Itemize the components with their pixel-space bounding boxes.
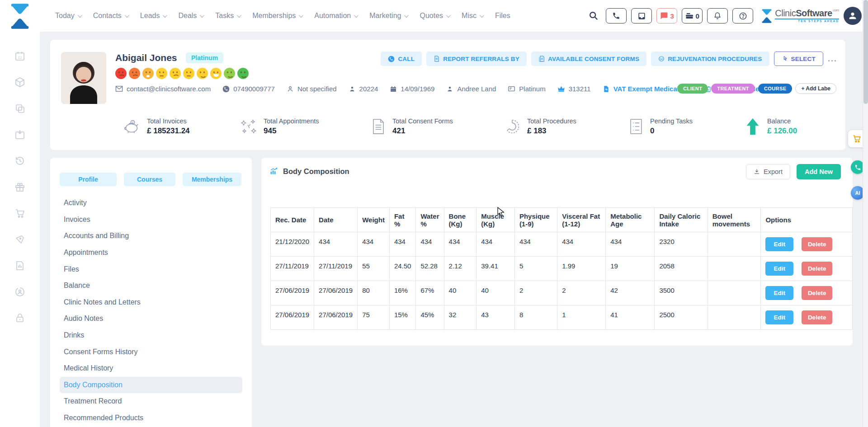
cell: 24.50 bbox=[389, 257, 416, 281]
sidebar-item-appointments[interactable]: Appointments bbox=[60, 244, 242, 261]
delete-button[interactable]: Delete bbox=[802, 262, 833, 276]
nav-label: Files bbox=[495, 12, 510, 20]
mood-emoji-7[interactable] bbox=[197, 68, 208, 79]
sidebar-item-balance[interactable]: Balance bbox=[60, 277, 242, 294]
tab-memberships[interactable]: Memberships bbox=[183, 173, 241, 186]
patient-email[interactable]: contact@clinicsoftware.com bbox=[115, 85, 211, 93]
col-header: Options bbox=[761, 208, 853, 232]
consent-forms-button[interactable]: AVAILABLE CONSENT FORMS bbox=[531, 52, 646, 66]
sidebar-item-audio-notes[interactable]: Audio Notes bbox=[60, 310, 242, 327]
profile-panel: Profile Courses Memberships Activity Inv… bbox=[50, 158, 252, 427]
report-referrals-button[interactable]: REPORT REFERRALS BY bbox=[426, 52, 527, 66]
nav-marketing[interactable]: Marketing bbox=[369, 12, 407, 20]
search-icon[interactable] bbox=[589, 11, 599, 21]
tab-profile[interactable]: Profile bbox=[60, 173, 117, 186]
sidebar-item-medical-history[interactable]: Medical History bbox=[60, 360, 242, 377]
chat-button[interactable]: 3 bbox=[656, 8, 677, 23]
stat-total-procedures: Total Procedures£ 183 bbox=[504, 117, 628, 136]
edit-button[interactable]: Edit bbox=[765, 262, 793, 276]
nav-tasks[interactable]: Tasks bbox=[215, 12, 240, 20]
scrollbar-thumb[interactable] bbox=[863, 0, 868, 104]
table-row: 21/12/2020 434 434 434 434 434 434 434 4… bbox=[271, 232, 853, 257]
edit-button[interactable]: Edit bbox=[765, 286, 793, 300]
calendar-import-icon[interactable] bbox=[14, 129, 25, 140]
bell-icon bbox=[713, 12, 722, 20]
calendar-icon[interactable]: 12 bbox=[14, 51, 25, 61]
question-icon bbox=[739, 12, 747, 20]
nav-label: Tasks bbox=[215, 12, 234, 20]
inbox-button[interactable] bbox=[631, 8, 652, 23]
nav-leads[interactable]: Leads bbox=[140, 12, 166, 20]
document-icon bbox=[371, 118, 386, 135]
report-icon[interactable] bbox=[14, 260, 25, 271]
dialer-button[interactable] bbox=[606, 8, 627, 23]
tab-courses[interactable]: Courses bbox=[124, 173, 175, 186]
mood-emoji-3[interactable] bbox=[142, 68, 154, 79]
mood-emoji-8[interactable] bbox=[210, 68, 222, 79]
sidebar-item-recommended-products[interactable]: Recommended Products bbox=[60, 410, 242, 427]
edit-button[interactable]: Edit bbox=[765, 237, 793, 251]
export-button[interactable]: Export bbox=[746, 164, 790, 179]
copy-icon[interactable] bbox=[14, 103, 25, 114]
mood-emoji-9[interactable] bbox=[224, 68, 235, 79]
nav-today[interactable]: Today bbox=[55, 12, 81, 20]
cell: 434 bbox=[514, 232, 557, 257]
till-button[interactable]: 0 bbox=[682, 8, 703, 23]
delete-button[interactable]: Delete bbox=[802, 237, 833, 251]
mood-emoji-6[interactable] bbox=[183, 68, 194, 79]
sidebar-item-invoices[interactable]: Invoices bbox=[60, 211, 242, 228]
user-avatar-button[interactable] bbox=[844, 7, 862, 25]
mood-emoji-2[interactable] bbox=[129, 68, 140, 79]
mood-emoji-4[interactable] bbox=[156, 68, 167, 79]
pointer-icon bbox=[782, 56, 788, 62]
mood-emoji-5[interactable] bbox=[170, 68, 181, 79]
call-button[interactable]: CALL bbox=[381, 52, 422, 66]
lock-icon[interactable] bbox=[14, 313, 25, 324]
package-icon[interactable] bbox=[14, 77, 25, 88]
cell: 43 bbox=[476, 305, 515, 330]
sidebar-item-clinic-notes[interactable]: Clinic Notes and Letters bbox=[60, 294, 242, 311]
patient-photo[interactable] bbox=[61, 52, 106, 104]
support-icon[interactable] bbox=[14, 286, 25, 297]
add-new-button[interactable]: Add New bbox=[797, 164, 841, 179]
sidebar-item-consent-forms-history[interactable]: Consent Forms History bbox=[60, 343, 242, 360]
history-icon[interactable] bbox=[14, 155, 25, 166]
nav-automation[interactable]: Automation bbox=[314, 12, 357, 20]
select-button[interactable]: SELECT bbox=[774, 52, 823, 66]
nav-memberships[interactable]: Memberships bbox=[252, 12, 302, 20]
nav-contacts[interactable]: Contacts bbox=[93, 12, 128, 20]
sidebar-item-drinks[interactable]: Drinks bbox=[60, 327, 242, 344]
patient-phone[interactable]: 07490009777 bbox=[222, 85, 275, 93]
cell: 8 bbox=[514, 305, 557, 330]
more-actions-button[interactable]: ... bbox=[828, 54, 837, 64]
add-label-button[interactable]: + Add Labe bbox=[795, 83, 836, 94]
sidebar-item-accounts-and-billing[interactable]: Accounts and Billing bbox=[60, 228, 242, 244]
help-button[interactable] bbox=[732, 8, 753, 23]
delete-button[interactable]: Delete bbox=[802, 286, 833, 300]
crown-icon bbox=[557, 85, 565, 93]
mood-emoji-1[interactable] bbox=[115, 68, 127, 79]
page-scrollbar[interactable] bbox=[863, 0, 868, 427]
clinicsoftware-logo[interactable]: ClinicSoftware.com TEN STEPS AHEAD bbox=[761, 9, 839, 23]
cell: 2058 bbox=[655, 257, 708, 281]
nav-files[interactable]: Files bbox=[495, 12, 510, 20]
rejuvenation-button[interactable]: REJUVENATION PROCEDURES bbox=[651, 52, 769, 66]
sidebar-item-treatment-record[interactable]: Treatment Record bbox=[60, 393, 242, 410]
sidebar-item-files[interactable]: Files bbox=[60, 261, 242, 277]
up-arrow-icon bbox=[745, 117, 761, 136]
notifications-button[interactable] bbox=[707, 8, 728, 23]
nav-misc[interactable]: Misc bbox=[462, 12, 483, 20]
delete-button[interactable]: Delete bbox=[802, 310, 833, 324]
gift-icon[interactable] bbox=[14, 182, 25, 192]
sidebar-item-activity[interactable]: Activity bbox=[60, 195, 242, 211]
cart-icon[interactable] bbox=[14, 208, 25, 219]
options-cell: Edit Delete bbox=[761, 232, 853, 257]
edit-button[interactable]: Edit bbox=[765, 310, 793, 324]
voucher-icon[interactable] bbox=[14, 234, 25, 245]
nav-quotes[interactable]: Quotes bbox=[420, 12, 449, 20]
nav-deals[interactable]: Deals bbox=[178, 12, 203, 20]
download-icon bbox=[754, 169, 760, 175]
sidebar-item-body-composition[interactable]: Body Composition bbox=[60, 377, 242, 394]
app-logo[interactable] bbox=[10, 3, 30, 30]
mood-emoji-10[interactable] bbox=[237, 68, 249, 79]
